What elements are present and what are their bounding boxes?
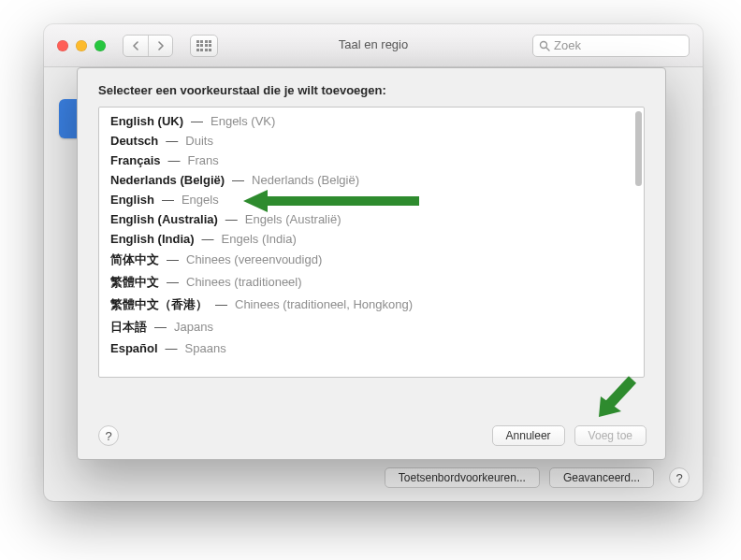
language-translated: Chinees (traditioneel) <box>186 275 302 289</box>
dash-separator: — <box>162 193 174 207</box>
language-native: Deutsch <box>110 134 158 148</box>
language-native: 繁體中文（香港） <box>110 296 208 313</box>
svg-line-1 <box>546 48 549 50</box>
language-row[interactable]: English (UK)—Engels (VK) <box>109 111 634 131</box>
language-native: Français <box>110 153 160 167</box>
dash-separator: — <box>166 341 178 355</box>
minimize-icon[interactable] <box>76 40 87 51</box>
language-native: Nederlands (België) <box>110 173 225 187</box>
scrollbar-thumb[interactable] <box>635 111 642 186</box>
sheet-help-button[interactable]: ? <box>98 425 119 446</box>
dash-separator: — <box>232 173 244 187</box>
search-input[interactable]: Zoek <box>532 35 690 57</box>
dash-separator: — <box>167 252 179 266</box>
search-icon <box>539 40 550 51</box>
language-translated: Duits <box>185 134 213 148</box>
chevron-left-icon <box>132 41 139 50</box>
dash-separator: — <box>191 114 203 128</box>
show-all-button[interactable] <box>190 35 218 57</box>
grid-icon <box>196 40 212 51</box>
forward-button[interactable] <box>148 36 172 56</box>
language-row[interactable]: Español—Spaans <box>109 338 634 358</box>
language-native: English <box>110 193 154 207</box>
search-placeholder: Zoek <box>554 38 581 52</box>
language-translated: Engels (VK) <box>211 114 275 128</box>
language-native: 繁體中文 <box>110 274 159 291</box>
advanced-button[interactable]: Geavanceerd... <box>549 467 654 488</box>
toolbar: Taal en regio Zoek <box>44 24 703 67</box>
dash-separator: — <box>166 134 178 148</box>
dash-separator: — <box>225 212 238 226</box>
language-native: Español <box>110 341 158 355</box>
language-row[interactable]: Nederlands (België)—Nederlands (België) <box>109 170 634 190</box>
dash-separator: — <box>167 275 179 289</box>
window-bottom-buttons: Toetsenbordvoorkeuren... Geavanceerd... <box>385 467 654 488</box>
language-translated: Chinees (traditioneel, Hongkong) <box>235 297 413 311</box>
close-icon[interactable] <box>57 40 68 51</box>
language-translated: Nederlands (België) <box>252 173 359 187</box>
svg-point-0 <box>541 41 547 48</box>
zoom-icon[interactable] <box>94 40 106 51</box>
keyboard-preferences-button[interactable]: Toetsenbordvoorkeuren... <box>385 467 540 488</box>
language-row[interactable]: Deutsch—Duits <box>109 131 634 151</box>
language-translated: Japans <box>174 320 213 334</box>
help-button[interactable]: ? <box>669 467 690 488</box>
language-native: English (India) <box>110 232 195 246</box>
language-row[interactable]: 日本語—Japans <box>109 316 634 338</box>
cancel-button[interactable]: Annuleer <box>492 425 565 446</box>
language-native: 简体中文 <box>110 251 159 268</box>
language-row[interactable]: English (India)—Engels (India) <box>109 229 634 249</box>
back-button[interactable] <box>124 36 148 56</box>
language-translated: Spaans <box>185 341 226 355</box>
language-row[interactable]: English—Engels <box>109 190 634 209</box>
add-button[interactable]: Voeg toe <box>574 425 647 446</box>
language-row[interactable]: English (Australia)—Engels (Australië) <box>109 209 634 229</box>
add-language-sheet: Selecteer een voorkeurstaal die je wilt … <box>77 67 666 460</box>
window-controls <box>57 40 106 51</box>
language-native: 日本語 <box>110 319 147 336</box>
nav-back-forward <box>123 35 173 57</box>
sheet-footer: Annuleer Voeg toe <box>492 425 647 446</box>
dash-separator: — <box>202 232 214 246</box>
sheet-heading: Selecteer een voorkeurstaal die je wilt … <box>98 83 645 97</box>
language-row[interactable]: 繁體中文（香港）—Chinees (traditioneel, Hongkong… <box>109 294 634 316</box>
dash-separator: — <box>215 297 227 311</box>
language-translated: Engels (Australië) <box>245 212 341 226</box>
chevron-right-icon <box>157 41 165 50</box>
language-translated: Engels (India) <box>222 232 297 246</box>
language-translated: Frans <box>187 153 218 167</box>
language-native: English (UK) <box>110 114 183 128</box>
language-translated: Chinees (vereenvoudigd) <box>186 252 322 266</box>
language-row[interactable]: 繁體中文—Chinees (traditioneel) <box>109 271 634 294</box>
language-list: English (UK)—Engels (VK)Deutsch—DuitsFra… <box>98 107 645 378</box>
language-native: English (Australia) <box>110 212 218 226</box>
language-row[interactable]: Français—Frans <box>109 151 634 170</box>
dash-separator: — <box>154 320 167 334</box>
language-row[interactable]: 简体中文—Chinees (vereenvoudigd) <box>109 249 634 271</box>
dash-separator: — <box>167 153 180 167</box>
language-translated: Engels <box>182 193 219 207</box>
